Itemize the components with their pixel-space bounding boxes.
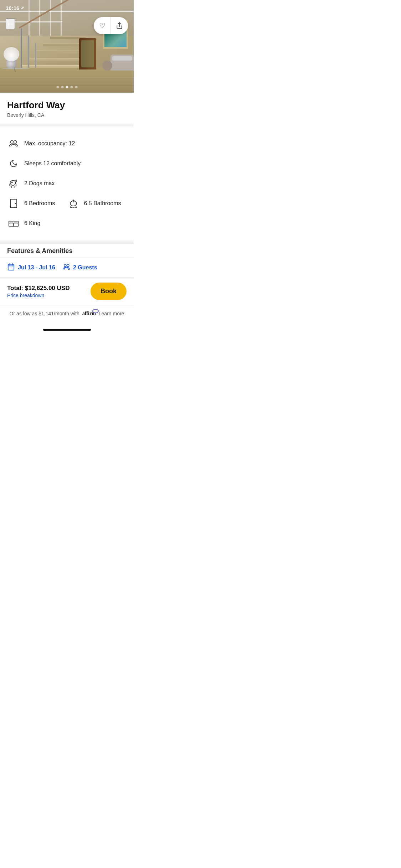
dot-3: [66, 86, 68, 88]
guests-picker[interactable]: 2 Guests: [62, 263, 97, 272]
people-icon: [7, 137, 20, 150]
sleeps-text: Sleeps 12 comfortably: [24, 160, 81, 167]
guests-display: 2 Guests: [73, 264, 97, 271]
svg-point-3: [10, 181, 16, 186]
home-bar: [43, 329, 91, 331]
book-button[interactable]: Book: [91, 283, 127, 300]
home-indicator: [0, 324, 134, 336]
partial-section-label: Features & Amenities: [7, 247, 72, 254]
share-icon: [116, 22, 123, 29]
beds-text: 6 King: [24, 220, 40, 227]
property-name: Hartford Way: [7, 100, 127, 111]
svg-line-9: [70, 206, 71, 208]
door-icon: [7, 197, 20, 210]
affirm-row: Or as low as $1,141/month with affirm Le…: [0, 305, 134, 324]
svg-point-26: [93, 309, 98, 313]
bedrooms-text: 6 Bedrooms: [24, 200, 55, 207]
dot-2: [61, 86, 63, 88]
feature-bed-bath: 6 Bedrooms: [7, 193, 127, 213]
navigation-icon: ⇗: [21, 6, 24, 10]
heart-icon: ♡: [99, 21, 106, 30]
price-breakdown-link[interactable]: Price breakdown: [7, 293, 86, 298]
dot-1: [56, 86, 59, 88]
status-bar: 10:16 ⇗: [0, 0, 134, 16]
affirm-arc-icon: [92, 309, 99, 313]
date-picker[interactable]: Jul 13 - Jul 16: [7, 263, 55, 272]
feature-beds: 6 King: [7, 213, 127, 233]
svg-rect-18: [10, 222, 13, 223]
svg-point-25: [67, 264, 69, 267]
svg-point-1: [10, 141, 13, 144]
svg-point-4: [11, 182, 12, 183]
section-divider-2: [0, 241, 134, 243]
affirm-logo: affirm: [82, 310, 96, 316]
svg-line-10: [76, 206, 77, 208]
back-button[interactable]: ←: [6, 19, 15, 29]
partial-section: Features & Amenities: [0, 243, 134, 258]
svg-rect-20: [8, 264, 14, 270]
svg-point-7: [15, 203, 16, 204]
time-display: 10:16: [6, 5, 19, 11]
feature-sleeps: Sleeps 12 comfortably: [7, 154, 127, 174]
bath-icon: [67, 197, 80, 210]
svg-point-2: [14, 141, 17, 144]
svg-point-24: [64, 264, 66, 267]
favorite-button[interactable]: ♡: [94, 17, 111, 34]
dogs-text: 2 Dogs max: [24, 180, 55, 187]
calendar-icon: [7, 263, 15, 272]
price-info: Total: $12,625.00 USD Price breakdown: [7, 285, 86, 298]
feature-dogs: 2 Dogs max: [7, 174, 127, 193]
dot-5: [75, 86, 77, 88]
status-time: 10:16 ⇗: [6, 5, 24, 11]
property-header: Hartford Way Beverly Hills, CA: [0, 93, 134, 124]
action-buttons-group: ♡: [94, 17, 128, 34]
bed-icon: [7, 217, 20, 230]
booking-total-row: Total: $12,625.00 USD Price breakdown Bo…: [0, 278, 134, 305]
section-divider-1: [0, 124, 134, 126]
svg-rect-19: [14, 222, 17, 223]
image-dots: [56, 86, 77, 88]
dates-display: Jul 13 - Jul 16: [18, 264, 55, 271]
total-amount: Total: $12,625.00 USD: [7, 285, 86, 292]
property-location: Beverly Hills, CA: [7, 112, 127, 118]
guests-icon: [62, 263, 70, 272]
feature-occupancy: Max. occupancy: 12: [7, 134, 127, 154]
dog-icon: [7, 177, 20, 190]
feature-bedrooms: 6 Bedrooms: [7, 197, 67, 210]
moon-icon: [7, 157, 20, 170]
dot-4: [70, 86, 73, 88]
content-area: Hartford Way Beverly Hills, CA Max. occu…: [0, 93, 134, 336]
affirm-prefix: Or as low as $1,141/month with: [10, 311, 79, 316]
features-section: Max. occupancy: 12 Sleeps 12 comfortably: [0, 126, 134, 241]
share-button[interactable]: [111, 17, 128, 34]
bathrooms-text: 6.5 Bathrooms: [84, 200, 121, 207]
occupancy-text: Max. occupancy: 12: [24, 140, 75, 147]
booking-bar: Jul 13 - Jul 16 2 Guests: [0, 258, 134, 324]
learn-more-link[interactable]: Learn more: [99, 311, 124, 316]
feature-bathrooms: 6.5 Bathrooms: [67, 197, 127, 210]
booking-dates-row: Jul 13 - Jul 16 2 Guests: [0, 258, 134, 278]
